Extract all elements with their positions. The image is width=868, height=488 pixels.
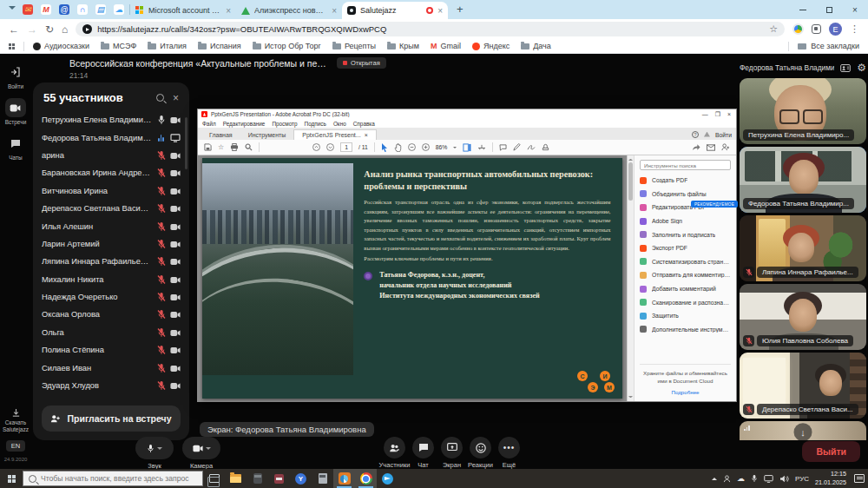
participant-row[interactable]: Барановская Ирина Андрее... bbox=[42, 164, 181, 181]
tool-item[interactable]: Экспорт PDF bbox=[640, 241, 731, 255]
pinned-tab-icon[interactable]: ▤ bbox=[95, 4, 106, 15]
participant-row[interactable]: Силаев Иван bbox=[42, 359, 181, 376]
download-app-button[interactable]: Скачать Salutejazz bbox=[2, 408, 30, 433]
maximize-button[interactable] bbox=[816, 0, 842, 19]
forward-icon[interactable]: → bbox=[27, 24, 37, 35]
browser-tab[interactable]: Алиэкспресс новый.pdf - Goog × bbox=[236, 2, 342, 19]
tool-item[interactable]: Дополнительные инструменты bbox=[640, 323, 731, 337]
mic-tray-icon[interactable] bbox=[751, 474, 758, 483]
pinned-tab-icon[interactable]: ☁ bbox=[114, 4, 124, 15]
yandex-app-icon[interactable]: Y bbox=[290, 469, 312, 488]
participant-row[interactable]: Надежда Очеретько bbox=[42, 288, 181, 306]
email-icon[interactable] bbox=[707, 144, 715, 151]
browser-tab[interactable]: Microsoft account | Account C × bbox=[130, 2, 236, 19]
reactions-button[interactable] bbox=[470, 437, 491, 458]
hand-tool-icon[interactable] bbox=[394, 143, 402, 152]
menu-item[interactable]: Файл bbox=[202, 121, 216, 127]
tab-close-icon[interactable]: × bbox=[226, 6, 231, 16]
mic-options-chevron-icon[interactable] bbox=[157, 447, 162, 452]
rail-item-login[interactable]: Войти bbox=[5, 63, 26, 89]
bookmark-item[interactable]: M Gmail bbox=[431, 42, 461, 50]
browser-tab[interactable]: Salutejazz × bbox=[342, 2, 448, 19]
acrobat-close-button[interactable]: × bbox=[727, 111, 731, 118]
pencil-icon[interactable] bbox=[513, 143, 521, 151]
language-indicator[interactable]: РУС bbox=[795, 475, 809, 483]
extensions-menu-icon[interactable] bbox=[812, 24, 821, 34]
bookmark-item[interactable]: Дача bbox=[521, 42, 551, 50]
tool-item[interactable]: Adobe Sign bbox=[640, 214, 731, 228]
display-tray-icon[interactable] bbox=[764, 475, 773, 483]
pinned-tab-icon[interactable]: ✉ bbox=[23, 4, 33, 15]
taskbar-search[interactable] bbox=[23, 471, 203, 486]
all-bookmarks-button[interactable]: Все закладки bbox=[798, 42, 859, 50]
acrobat-restore-button[interactable]: ❐ bbox=[715, 111, 720, 118]
menu-item[interactable]: Редактирование bbox=[223, 121, 266, 127]
add-user-icon[interactable] bbox=[721, 143, 730, 151]
volume-tray-icon[interactable] bbox=[779, 475, 789, 483]
print-icon[interactable] bbox=[230, 143, 239, 151]
zoom-in-icon[interactable] bbox=[422, 143, 430, 151]
zoom-dropdown-icon[interactable] bbox=[453, 147, 457, 150]
camera-options-chevron-icon[interactable] bbox=[206, 447, 211, 452]
reload-icon[interactable]: ↻ bbox=[45, 24, 54, 35]
tab-close-icon[interactable]: × bbox=[332, 6, 337, 16]
help-icon[interactable]: ? bbox=[692, 131, 699, 138]
participant-row[interactable]: Федорова Татьяна Владими... bbox=[42, 129, 181, 146]
new-tab-button[interactable]: + bbox=[457, 3, 464, 16]
extension-icon[interactable] bbox=[792, 23, 804, 35]
tool-item[interactable]: Добавить комментарий bbox=[640, 282, 731, 296]
tab-close-icon[interactable]: × bbox=[437, 6, 443, 16]
browser-app-icon[interactable] bbox=[333, 469, 355, 488]
save-icon[interactable] bbox=[204, 143, 212, 151]
participant-row[interactable]: Ляпина Иннара Рафаильевна bbox=[42, 253, 181, 270]
participant-row[interactable]: Дерепаско Светлана Василь... bbox=[42, 200, 181, 217]
url-input[interactable] bbox=[97, 24, 764, 34]
screen-share-button[interactable] bbox=[441, 437, 463, 458]
start-button[interactable] bbox=[0, 475, 23, 483]
tools-search-input[interactable] bbox=[640, 160, 731, 170]
participant-row[interactable]: Оксана Орлова bbox=[42, 306, 181, 323]
star-icon[interactable]: ☆ bbox=[218, 143, 224, 151]
contacts-icon[interactable] bbox=[840, 60, 851, 76]
bookmark-item[interactable]: МСЭФ bbox=[101, 42, 136, 50]
zoom-level-select[interactable]: 86% bbox=[436, 144, 448, 150]
ruler-icon[interactable] bbox=[477, 144, 486, 151]
menu-item[interactable]: Просмотр bbox=[272, 121, 297, 127]
bookmark-item[interactable]: Аудиосказки bbox=[33, 42, 89, 50]
tool-item[interactable]: Объединить файлы bbox=[640, 188, 731, 201]
participant-row[interactable]: арина bbox=[42, 147, 181, 164]
tab-search-chevron-icon[interactable] bbox=[9, 6, 16, 13]
settings-gear-icon[interactable]: ⚙ bbox=[857, 62, 866, 74]
more-button[interactable]: ••• bbox=[498, 437, 520, 458]
pinned-tab-icon[interactable]: @ bbox=[59, 4, 69, 15]
participant-row[interactable]: Петрухина Елена Владимир... bbox=[42, 111, 181, 129]
select-tool-icon[interactable] bbox=[381, 143, 388, 152]
menu-item[interactable]: Справка bbox=[353, 121, 375, 127]
zoom-out-icon[interactable] bbox=[408, 143, 416, 151]
language-toggle[interactable]: EN bbox=[6, 440, 25, 452]
pdf-scrollbar[interactable] bbox=[627, 155, 634, 401]
media-app-icon[interactable] bbox=[268, 469, 290, 488]
tool-item[interactable]: Сканирование и распознавание bbox=[640, 295, 731, 309]
close-panel-icon[interactable]: × bbox=[173, 92, 179, 104]
bookmark-item[interactable]: Истор Обр Торг bbox=[253, 42, 321, 50]
page-view-icon[interactable] bbox=[463, 143, 471, 152]
acrobat-signin-link[interactable]: Войти bbox=[715, 132, 732, 138]
menu-item[interactable]: Окно bbox=[333, 121, 346, 127]
participant-row[interactable]: Эдуард Хлудов bbox=[42, 377, 181, 394]
telegram-icon[interactable] bbox=[377, 469, 398, 488]
action-center-icon[interactable] bbox=[854, 474, 865, 483]
participant-row[interactable]: Витчинова Ирина bbox=[42, 182, 181, 200]
chrome-icon[interactable] bbox=[355, 469, 377, 488]
pinned-tab-icon[interactable]: ∩ bbox=[77, 4, 88, 15]
notifications-bell-icon[interactable] bbox=[704, 132, 710, 138]
bookmark-item[interactable]: Испания bbox=[198, 42, 241, 50]
pinned-tab-icon[interactable]: M bbox=[41, 4, 51, 15]
browser-menu-icon[interactable]: ⋮ bbox=[850, 23, 859, 35]
find-icon[interactable] bbox=[245, 143, 253, 151]
chat-button[interactable] bbox=[412, 437, 434, 458]
next-page-icon[interactable] bbox=[326, 143, 334, 151]
home-icon[interactable]: ⌂ bbox=[62, 24, 68, 35]
tab-home[interactable]: Главная bbox=[201, 130, 240, 140]
acrobat-minimize-button[interactable]: — bbox=[702, 111, 708, 118]
